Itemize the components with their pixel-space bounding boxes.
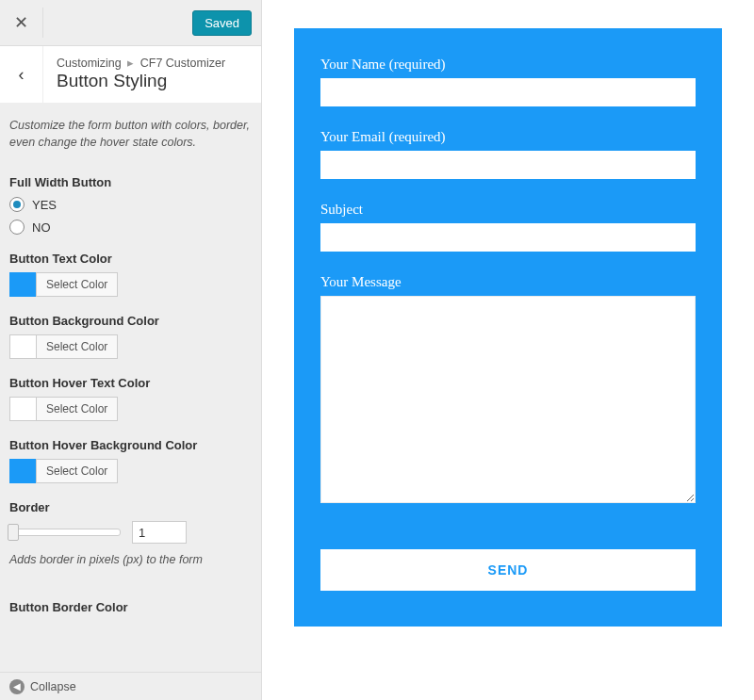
label-hover-text-color: Button Hover Text Color <box>9 376 252 390</box>
label-border-color-truncated: Button Border Color <box>9 600 252 614</box>
preview-pane: Your Name (required) Your Email (require… <box>262 0 754 700</box>
radio-icon <box>9 197 25 212</box>
message-textarea[interactable] <box>320 296 696 503</box>
label-hover-bg-color: Button Hover Background Color <box>9 438 252 452</box>
collapse-icon: ◀ <box>9 679 25 694</box>
label-border: Border <box>9 500 252 514</box>
breadcrumb-root: Customizing <box>57 57 122 70</box>
radio-yes[interactable]: YES <box>9 197 252 212</box>
border-help-text: Adds border in pixels (px) to the form <box>9 553 252 566</box>
panel-header: ‹ Customizing ▸ CF7 Customizer Button St… <box>0 46 261 104</box>
collapse-button[interactable]: ◀ Collapse <box>0 672 261 700</box>
contact-form: Your Name (required) Your Email (require… <box>294 28 722 627</box>
radio-icon <box>9 220 25 235</box>
border-value-input[interactable] <box>132 521 187 544</box>
label-bg-color: Button Background Color <box>9 314 252 328</box>
email-input[interactable] <box>320 151 696 179</box>
customizer-topbar: ✕ Saved <box>0 0 261 46</box>
label-text-color: Button Text Color <box>9 252 252 266</box>
back-button[interactable]: ‹ <box>0 46 43 103</box>
customizer-sidebar: ✕ Saved ‹ Customizing ▸ CF7 Customizer B… <box>0 0 262 700</box>
radio-no-label: NO <box>32 220 51 235</box>
color-swatch[interactable] <box>9 334 36 359</box>
email-label: Your Email (required) <box>320 129 696 145</box>
panel-description: Customize the form button with colors, b… <box>9 117 252 151</box>
color-swatch[interactable] <box>9 397 36 421</box>
color-picker-hover-text: Select Color <box>9 397 252 421</box>
message-label: Your Message <box>320 274 696 290</box>
name-label: Your Name (required) <box>320 57 696 73</box>
breadcrumb-section: CF7 Customizer <box>140 57 225 70</box>
close-icon: ✕ <box>14 12 28 33</box>
name-input[interactable] <box>320 78 696 106</box>
subject-label: Subject <box>320 202 696 218</box>
collapse-label: Collapse <box>30 680 76 693</box>
save-button[interactable]: Saved <box>192 10 252 36</box>
color-picker-hover-bg: Select Color <box>9 459 252 483</box>
select-color-button[interactable]: Select Color <box>36 272 118 297</box>
chevron-left-icon: ‹ <box>19 65 25 85</box>
subject-input[interactable] <box>320 223 696 252</box>
color-picker-text: Select Color <box>9 272 252 297</box>
breadcrumb-separator-icon: ▸ <box>124 57 137 70</box>
close-button[interactable]: ✕ <box>0 8 43 38</box>
page-title: Button Styling <box>57 71 225 91</box>
border-slider[interactable] <box>9 529 121 536</box>
send-button[interactable]: SEND <box>320 549 696 591</box>
breadcrumb: Customizing ▸ CF7 Customizer <box>57 56 225 70</box>
color-swatch[interactable] <box>9 459 36 483</box>
radio-no[interactable]: NO <box>9 220 252 235</box>
panel-body[interactable]: Customize the form button with colors, b… <box>0 104 261 700</box>
color-picker-bg: Select Color <box>9 334 252 359</box>
radio-yes-label: YES <box>32 198 57 212</box>
label-full-width: Full Width Button <box>9 175 252 189</box>
select-color-button[interactable]: Select Color <box>36 334 118 359</box>
color-swatch[interactable] <box>9 272 36 297</box>
select-color-button[interactable]: Select Color <box>36 397 118 421</box>
select-color-button[interactable]: Select Color <box>36 459 118 483</box>
slider-handle[interactable] <box>8 524 19 541</box>
